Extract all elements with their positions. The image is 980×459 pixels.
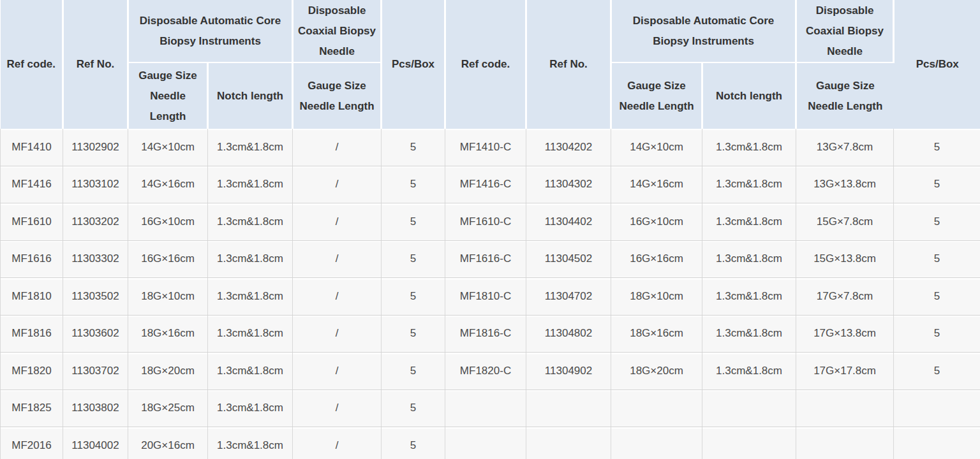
cell-pcs-box: 5 [382,166,445,203]
cell-ref-no: 11304702 [526,278,611,316]
header-label-line: Gauge Size [612,76,701,96]
cell-ref-code: MF1816-C [445,315,526,353]
cell-pcs-box: 5 [382,203,445,241]
cell-gauge-size: 14G×16cm [128,166,208,203]
cell-notch-length: 1.3cm&1.8cm [702,203,796,241]
header-label-line: Coaxial Biopsy [293,21,380,41]
cell-ref-no: 11303202 [63,203,128,241]
cell-pcs-box: 5 [894,129,980,166]
header-label-line: Biopsy Instruments [612,31,795,52]
cell-ref-code: MF1820 [1,353,63,390]
table-row: MF2016 11304002 20G×16cm 1.3cm&1.8cm / 5 [1,427,980,459]
cell-notch-length: 1.3cm&1.8cm [702,353,796,390]
cell-notch-length: 1.3cm&1.8cm [208,278,293,316]
cell-ref-code: MF1416 [1,166,63,203]
cell-notch-length: 1.3cm&1.8cm [702,166,796,203]
table-row: MF1410 11302902 14G×10cm 1.3cm&1.8cm / 5… [1,129,980,166]
header-ref-code: Ref code. [445,0,526,129]
cell-ref-no: 11304002 [63,427,128,459]
cell-pcs-box: 5 [382,390,445,427]
header-label-line: Needle [797,41,893,62]
cell-ref-no: 11302902 [63,129,128,166]
cell-pcs-box: 5 [894,278,980,316]
header-ref-no: Ref No. [63,0,128,129]
cell-ref-no: 11303702 [63,353,128,390]
header-label: Pcs/Box [382,54,444,75]
header-label-line: Needle Length [612,96,701,117]
cell-notch-length: 1.3cm&1.8cm [208,427,293,459]
cell-ref-no [526,390,611,427]
header-coaxial-group: Disposable Coaxial Biopsy Needle [796,0,894,62]
header-label: Pcs/Box [895,54,980,75]
cell-gauge-size: 18G×16cm [128,315,208,353]
header-coaxial-gauge-size: Gauge Size Needle Length [293,62,382,129]
cell-ref-no: 11303502 [63,278,128,316]
table-row: MF1616 11303302 16G×16cm 1.3cm&1.8cm / 5… [1,240,980,278]
cell-coaxial-gauge: 17G×13.8cm [796,315,894,353]
header-label-line: Gauge Size [797,76,894,96]
cell-notch-length: 1.3cm&1.8cm [208,353,293,390]
cell-ref-no [526,427,611,459]
cell-coaxial-gauge: 13G×7.8cm [796,129,894,166]
cell-gauge-size: 16G×10cm [611,203,702,241]
header-label: Ref No. [64,54,127,75]
header-label-line: Needle Length [797,96,894,117]
header-label-line: Biopsy Instruments [129,31,292,52]
cell-coaxial-gauge: / [293,315,382,353]
cell-coaxial-gauge [796,390,894,427]
cell-coaxial-gauge: 17G×17.8cm [796,353,894,390]
cell-coaxial-gauge: / [293,278,382,316]
cell-pcs-box: 5 [382,278,445,316]
header-gauge-size-needle-length: Gauge Size Needle Length [128,62,208,129]
cell-ref-code: MF1616 [1,240,63,278]
header-label: Notch length [703,86,795,106]
cell-ref-no: 11303802 [63,390,128,427]
cell-ref-code: MF1416-C [445,166,526,203]
cell-pcs-box: 5 [382,240,445,278]
cell-ref-code [445,427,526,459]
cell-gauge-size [611,390,702,427]
header-auto-core-group: Disposable Automatic Core Biopsy Instrum… [128,0,293,62]
cell-ref-code: MF1610-C [445,203,526,241]
cell-notch-length: 1.3cm&1.8cm [208,315,293,353]
cell-gauge-size: 18G×10cm [128,278,208,316]
cell-gauge-size: 16G×16cm [128,240,208,278]
header-label: Ref No. [527,54,610,75]
cell-ref-code: MF1816 [1,315,63,353]
cell-coaxial-gauge: 15G×13.8cm [796,240,894,278]
header-notch-length: Notch length [702,62,796,129]
header-label-line: Gauge Size [129,66,207,86]
table-row: MF1820 11303702 18G×20cm 1.3cm&1.8cm / 5… [1,353,980,390]
cell-notch-length: 1.3cm&1.8cm [208,240,293,278]
cell-ref-code [445,390,526,427]
cell-pcs-box [894,427,980,459]
cell-gauge-size: 14G×10cm [128,129,208,166]
cell-coaxial-gauge [796,427,894,459]
header-label-line: Needle Length [293,96,380,117]
header-gauge-size-needle-length: Gauge Size Needle Length [611,62,702,129]
cell-gauge-size: 14G×16cm [611,166,702,203]
header-label-line: Length [129,106,207,127]
header-label-line: Disposable [797,1,893,21]
header-label: Ref code. [446,54,525,75]
cell-coaxial-gauge: / [293,240,382,278]
cell-gauge-size: 20G×16cm [128,427,208,459]
cell-ref-no: 11304202 [526,129,611,166]
cell-notch-length [702,427,796,459]
cell-gauge-size: 18G×20cm [128,353,208,390]
cell-coaxial-gauge: / [293,427,382,459]
cell-notch-length: 1.3cm&1.8cm [702,129,796,166]
cell-pcs-box: 5 [382,315,445,353]
cell-notch-length: 1.3cm&1.8cm [208,203,293,241]
cell-notch-length [702,390,796,427]
cell-ref-no: 11303602 [63,315,128,353]
cell-pcs-box: 5 [894,353,980,390]
header-coaxial-gauge-size: Gauge Size Needle Length [796,62,894,129]
cell-coaxial-gauge: / [293,353,382,390]
cell-ref-code: MF1410 [1,129,63,166]
cell-coaxial-gauge: / [293,166,382,203]
header-label-line: Needle [293,41,380,62]
cell-ref-code: MF1820-C [445,353,526,390]
cell-gauge-size: 16G×16cm [611,240,702,278]
table-row: MF1825 11303802 18G×25cm 1.3cm&1.8cm / 5 [1,390,980,427]
